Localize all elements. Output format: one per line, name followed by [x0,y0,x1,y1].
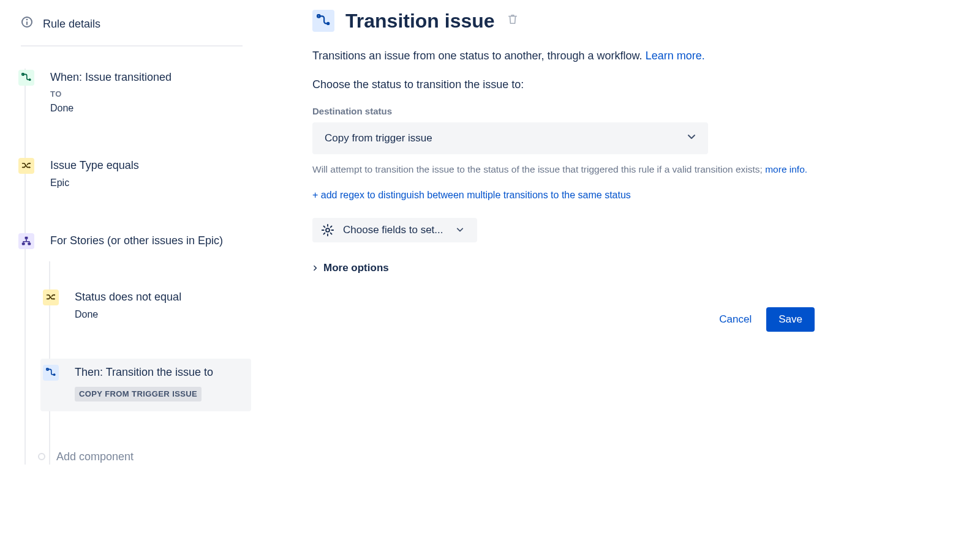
tree-icon [18,233,34,249]
step-condition-issuetype-title: Issue Type equals [50,158,244,173]
gear-icon [321,223,334,237]
chevron-down-icon [687,131,696,146]
choose-fields-button[interactable]: Choose fields to set... [312,218,477,242]
add-regex-link[interactable]: + add regex to distinguish between multi… [312,189,956,202]
choose-status-label: Choose the status to transition the issu… [312,77,956,92]
add-dot-icon [38,453,45,460]
more-options-toggle[interactable]: More options [312,261,956,275]
step-condition-issuetype[interactable]: Issue Type equals Epic [16,152,251,200]
chevron-right-icon [312,265,318,271]
step-trigger-title: When: Issue transitioned [50,70,244,85]
learn-more-link[interactable]: Learn more. [646,50,705,62]
destination-status-select[interactable]: Copy from trigger issue [312,122,708,154]
rule-sidebar: Rule details When: Issue transitioned TO… [0,0,251,560]
delete-action-button[interactable] [507,13,518,28]
shuffle-icon [43,289,59,305]
config-panel: Transition issue Transitions an issue fr… [251,0,980,560]
step-branch[interactable]: For Stories (or other issues in Epic) [16,227,251,261]
step-trigger[interactable]: When: Issue transitioned TO Done [16,64,251,125]
destination-help-text: Will attempt to transition the issue to … [312,163,815,176]
add-component[interactable]: Add component [38,449,251,465]
step-condition-issuetype-value: Epic [50,176,244,190]
save-button[interactable]: Save [766,307,815,332]
choose-fields-label: Choose fields to set... [343,223,443,237]
transition-icon [18,70,34,86]
transition-icon [312,10,334,32]
step-action-transition[interactable]: Then: Transition the issue to Copy from … [40,359,251,411]
step-condition-status-title: Status does not equal [75,289,244,305]
rule-details-title: Rule details [43,17,100,32]
shuffle-icon [18,158,34,174]
step-branch-title: For Stories (or other issues in Epic) [50,233,244,248]
more-options-label: More options [323,261,389,275]
step-action-title: Then: Transition the issue to [75,365,244,380]
rule-details-header[interactable]: Rule details [21,16,243,47]
step-trigger-sublabel: TO [50,89,244,100]
chevron-down-icon [456,226,464,234]
transition-icon [43,365,59,381]
destination-status-value: Copy from trigger issue [325,131,432,146]
info-icon [21,16,33,32]
step-condition-status-value: Done [75,308,244,321]
panel-description: Transitions an issue from one status to … [312,48,956,64]
add-component-label: Add component [56,449,134,465]
panel-title: Transition issue [345,7,495,35]
more-info-link[interactable]: more info. [765,164,807,174]
cancel-button[interactable]: Cancel [719,313,752,326]
step-action-chip: Copy from trigger issue [75,387,202,401]
step-trigger-value: Done [50,102,244,115]
destination-status-label: Destination status [312,105,956,118]
step-condition-status[interactable]: Status does not equal Done [40,283,251,332]
